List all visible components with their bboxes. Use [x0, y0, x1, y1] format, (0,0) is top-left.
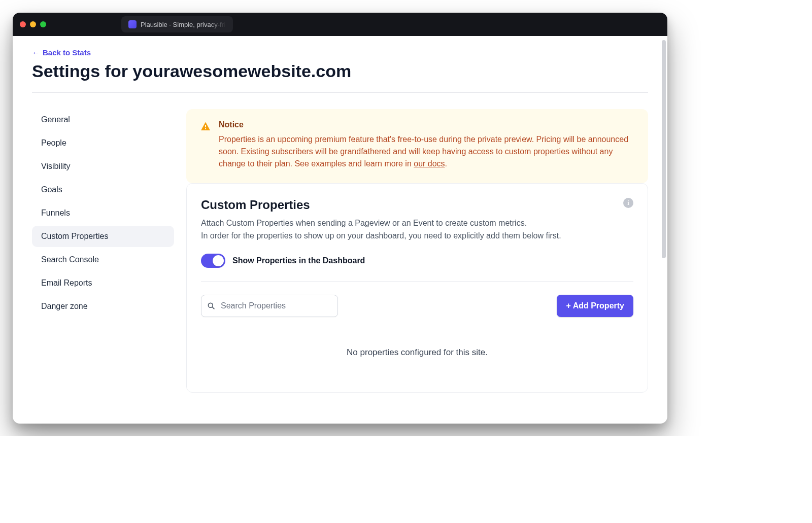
docs-link[interactable]: our docs	[414, 159, 445, 168]
sidebar-item-label: Custom Properties	[41, 232, 109, 240]
sidebar-item-email-reports[interactable]: Email Reports	[32, 272, 174, 294]
browser-window: Plausible · Simple, privacy-frien ← Back…	[13, 13, 667, 424]
sidebar-item-funnels[interactable]: Funnels	[32, 202, 174, 224]
search-icon	[207, 302, 215, 310]
sidebar-item-custom-properties[interactable]: Custom Properties	[32, 226, 174, 247]
settings-sidebar: GeneralPeopleVisibilityGoalsFunnelsCusto…	[32, 109, 174, 319]
toggle-knob	[213, 255, 224, 266]
svg-rect-1	[205, 128, 206, 129]
sidebar-item-label: Visibility	[41, 162, 71, 170]
sidebar-item-label: General	[41, 115, 70, 124]
divider	[201, 281, 633, 282]
sidebar-item-goals[interactable]: Goals	[32, 179, 174, 200]
sidebar-item-visibility[interactable]: Visibility	[32, 156, 174, 177]
custom-properties-card: Custom Properties i Attach Custom Proper…	[186, 183, 648, 393]
sidebar-item-label: Search Console	[41, 255, 99, 264]
search-wrap	[201, 295, 338, 317]
sidebar-item-danger-zone[interactable]: Danger zone	[32, 296, 174, 317]
empty-state: No properties configured for this site.	[201, 317, 633, 378]
search-properties-input[interactable]	[201, 295, 338, 317]
add-property-button[interactable]: + Add Property	[557, 295, 633, 317]
section-title: Custom Properties	[201, 198, 310, 212]
sidebar-item-label: Email Reports	[41, 278, 92, 287]
sidebar-item-search-console[interactable]: Search Console	[32, 249, 174, 270]
toggle-label: Show Properties in the Dashboard	[232, 256, 365, 265]
titlebar: Plausible · Simple, privacy-frien	[13, 13, 667, 36]
info-icon[interactable]: i	[623, 198, 633, 208]
back-link-label: Back to Stats	[43, 48, 91, 57]
page-title: Settings for yourawesomewebsite.com	[32, 61, 648, 81]
notice-body: Properties is an upcoming premium featur…	[219, 133, 634, 170]
show-properties-toggle[interactable]	[201, 254, 225, 268]
svg-line-3	[212, 307, 214, 309]
section-description: Attach Custom Properties when sending a …	[201, 217, 633, 242]
maximize-window-button[interactable]	[40, 21, 46, 27]
sidebar-item-label: Danger zone	[41, 302, 88, 310]
favicon-icon	[128, 20, 137, 28]
divider	[32, 92, 648, 93]
sidebar-item-label: People	[41, 138, 66, 147]
arrow-left-icon: ←	[32, 48, 40, 57]
svg-point-2	[208, 303, 213, 307]
sidebar-item-label: Goals	[41, 185, 62, 194]
sidebar-item-people[interactable]: People	[32, 132, 174, 154]
back-to-stats-link[interactable]: ← Back to Stats	[32, 48, 91, 57]
scrollbar[interactable]	[662, 40, 666, 258]
content-scroll[interactable]: ← Back to Stats Settings for yourawesome…	[13, 36, 667, 424]
notice-banner: Notice Properties is an upcoming premium…	[186, 109, 648, 183]
svg-rect-0	[205, 125, 206, 127]
window-controls	[20, 21, 46, 27]
sidebar-item-general[interactable]: General	[32, 109, 174, 130]
notice-content: Notice Properties is an upcoming premium…	[219, 120, 634, 170]
close-window-button[interactable]	[20, 21, 26, 27]
notice-title: Notice	[219, 120, 634, 129]
tab-title: Plausible · Simple, privacy-frien	[141, 21, 226, 28]
main-content: Notice Properties is an upcoming premium…	[186, 109, 648, 393]
minimize-window-button[interactable]	[30, 21, 36, 27]
sidebar-item-label: Funnels	[41, 208, 70, 217]
warning-icon	[200, 121, 211, 131]
browser-tab[interactable]: Plausible · Simple, privacy-frien	[121, 16, 233, 32]
